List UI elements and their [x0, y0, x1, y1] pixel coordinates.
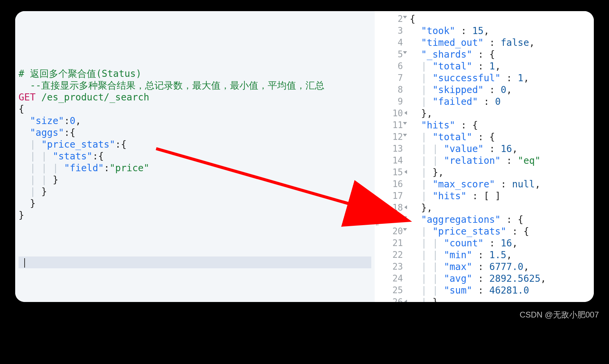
- gutter-line: 13: [379, 143, 403, 155]
- json-key-size: "size": [30, 115, 64, 126]
- cursor-line[interactable]: [19, 256, 371, 268]
- fold-open-icon[interactable]: [403, 228, 407, 231]
- request-code[interactable]: # 返回多个聚合值(Status) --直接显示多种聚合结果，总记录数，最大值，…: [19, 17, 371, 268]
- fold-open-icon[interactable]: [403, 122, 407, 125]
- gutter-line: 2: [379, 13, 403, 25]
- comment-line-1: # 返回多个聚合值(Status): [19, 68, 142, 79]
- gutter-line: 18: [379, 202, 403, 214]
- gutter-line: 20: [379, 225, 403, 237]
- gutter-line: 26: [379, 296, 403, 302]
- gutter-line: 11: [379, 119, 403, 131]
- gutter-line: 3: [379, 25, 403, 37]
- pane-divider[interactable]: ‖: [375, 11, 379, 302]
- gutter-line: 16: [379, 178, 403, 190]
- editor-card: # 返回多个聚合值(Status) --直接显示多种聚合结果，总记录数，最大值，…: [15, 11, 594, 302]
- json-key-stats: "stats": [53, 151, 92, 162]
- gutter-line: 25: [379, 284, 403, 296]
- fold-close-icon[interactable]: [404, 170, 407, 174]
- gutter-line: 8: [379, 84, 403, 96]
- response-code[interactable]: { "took" : 15, "timed_out" : false, "_sh…: [406, 11, 594, 302]
- json-key-price-stats: "price_stats": [41, 139, 115, 150]
- gutter-line: 7: [379, 72, 403, 84]
- json-key-aggs: "aggs": [30, 127, 64, 138]
- json-val-price: "price": [110, 162, 149, 174]
- request-path: /es_product/_search: [41, 92, 149, 103]
- http-method: GET: [19, 92, 36, 103]
- gutter-line: 17: [379, 190, 403, 202]
- comment-line-2: --直接显示多种聚合结果，总记录数，最大值，最小值，平均值，汇总: [19, 80, 324, 91]
- gutter-line: 22: [379, 249, 403, 261]
- gutter-line: 24: [379, 273, 403, 284]
- fold-open-icon[interactable]: [403, 51, 407, 54]
- gutter-line: 14: [379, 155, 403, 166]
- gutter-line: 12: [379, 131, 403, 143]
- gutter-line: 5: [379, 49, 403, 60]
- divider-grip-icon: ‖: [375, 218, 377, 225]
- fold-open-icon[interactable]: [403, 16, 407, 19]
- fold-close-icon[interactable]: [404, 205, 407, 209]
- gutter-line: 15: [379, 166, 403, 178]
- json-key-field: "field": [64, 162, 104, 174]
- fold-open-icon[interactable]: [403, 134, 407, 136]
- gutter-line: 10: [379, 108, 403, 119]
- response-viewer[interactable]: 2345678910111213141516171819202122232425…: [379, 11, 594, 302]
- request-editor[interactable]: # 返回多个聚合值(Status) --直接显示多种聚合结果，总记录数，最大值，…: [15, 11, 375, 302]
- watermark-text: CSDN @无敌小肥007: [520, 309, 599, 320]
- line-gutter: 2345678910111213141516171819202122232425…: [379, 11, 406, 302]
- fold-close-icon[interactable]: [404, 111, 407, 115]
- gutter-line: 9: [379, 96, 403, 108]
- fold-open-icon[interactable]: [403, 216, 407, 219]
- gutter-line: 6: [379, 60, 403, 72]
- fold-close-icon[interactable]: [404, 300, 407, 302]
- gutter-line: 21: [379, 237, 403, 249]
- gutter-line: 19: [379, 214, 403, 225]
- gutter-line: 4: [379, 37, 403, 49]
- json-val-size: 0: [70, 115, 76, 126]
- gutter-line: 23: [379, 261, 403, 273]
- aggregations-key: "aggregations": [421, 214, 501, 225]
